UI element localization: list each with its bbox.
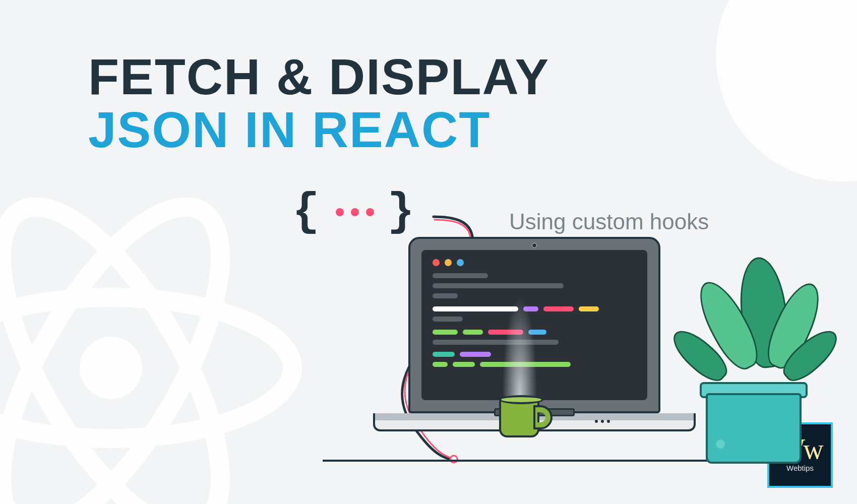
background-circle — [716, 0, 857, 181]
svg-point-0 — [0, 297, 292, 438]
camera-icon — [532, 243, 537, 248]
laptop-ports-icon — [595, 420, 610, 423]
heading-line-1: FETCH & DISPLAY — [88, 48, 549, 106]
brace-open: { — [292, 186, 323, 238]
window-traffic-lights-icon — [433, 259, 636, 266]
svg-point-3 — [80, 337, 142, 399]
react-logo-bg-icon — [0, 166, 313, 504]
logo-label: Webtips — [786, 464, 814, 472]
hero-heading: FETCH & DISPLAY JSON IN REACT — [88, 48, 549, 159]
ellipsis-dots-icon — [336, 208, 374, 216]
coffee-mug-icon — [499, 398, 539, 437]
heading-line-2: JSON IN REACT — [88, 101, 549, 159]
subtitle-text: Using custom hooks — [509, 209, 709, 234]
json-brace-decoration: { } — [292, 186, 417, 238]
brace-close: } — [387, 186, 417, 238]
plant-illustration — [681, 237, 832, 464]
